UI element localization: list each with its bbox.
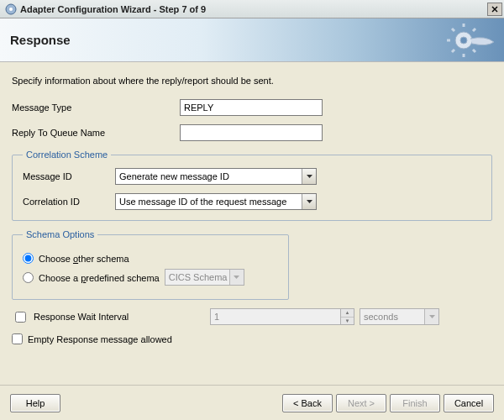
choose-predefined-schema-label: Choose a predefined schema <box>39 272 160 283</box>
choose-other-schema-label: Choose other schema <box>39 253 129 264</box>
response-wait-spinner: 1 ▲ ▼ <box>210 308 354 325</box>
response-wait-label: Response Wait Interval <box>34 312 129 322</box>
predefined-schema-combo: CICS Schema <box>165 269 244 286</box>
empty-response-checkbox[interactable] <box>12 333 23 344</box>
cancel-button[interactable]: Cancel <box>444 394 494 412</box>
svg-line-8 <box>452 29 454 31</box>
svg-point-1 <box>9 8 13 11</box>
chevron-down-icon <box>302 169 316 184</box>
wait-unit-combo: seconds <box>360 308 439 325</box>
response-wait-checkbox[interactable] <box>15 312 26 323</box>
message-id-combo[interactable]: Generate new message ID <box>115 168 317 185</box>
message-type-row: Message Type <box>12 99 492 116</box>
choose-predefined-schema-row: Choose a predefined schema CICS Schema <box>23 269 278 286</box>
gear-icon <box>445 22 496 59</box>
window-title: Adapter Configuration Wizard - Step 7 of… <box>20 4 487 14</box>
predefined-schema-value: CICS Schema <box>169 272 228 282</box>
empty-response-label: Empty Response message allowed <box>28 334 172 344</box>
message-id-value: Generate new message ID <box>119 171 229 181</box>
content-area: Specify information about where the repl… <box>0 62 504 354</box>
choose-predefined-schema-radio[interactable] <box>23 272 34 283</box>
empty-response-row: Empty Response message allowed <box>12 333 492 344</box>
response-wait-row: Response Wait Interval 1 ▲ ▼ seconds <box>12 308 492 325</box>
correlation-id-label: Correlation ID <box>23 197 115 207</box>
page-title: Response <box>10 33 71 47</box>
close-button[interactable] <box>487 3 502 16</box>
correlation-scheme-group: Correlation Scheme Message ID Generate n… <box>12 150 492 221</box>
svg-line-10 <box>473 29 475 31</box>
choose-other-schema-row: Choose other schema <box>23 253 278 264</box>
next-button[interactable]: Next > <box>336 394 386 412</box>
chevron-down-icon <box>229 270 244 285</box>
reply-queue-label: Reply To Queue Name <box>12 128 180 138</box>
spinner-buttons: ▲ ▼ <box>340 309 354 324</box>
footer: Help < Back Next > Finish Cancel <box>0 385 504 420</box>
description-text: Specify information about where the repl… <box>12 76 492 86</box>
close-icon <box>491 6 498 13</box>
correlation-legend: Correlation Scheme <box>23 150 111 160</box>
schema-legend: Schema Options <box>23 229 97 239</box>
wait-unit-value: seconds <box>364 312 398 322</box>
reply-queue-input[interactable] <box>180 124 323 141</box>
back-button[interactable]: < Back <box>282 394 333 412</box>
svg-point-3 <box>460 37 467 44</box>
finish-button[interactable]: Finish <box>390 394 440 412</box>
chevron-down-icon <box>302 194 316 209</box>
help-button[interactable]: Help <box>10 394 60 412</box>
correlation-id-combo[interactable]: Use message ID of the request message <box>115 193 317 210</box>
reply-queue-row: Reply To Queue Name <box>12 124 492 141</box>
svg-line-9 <box>473 50 475 52</box>
chevron-down-icon <box>424 309 438 324</box>
response-wait-value: 1 <box>214 312 219 322</box>
svg-line-11 <box>452 50 454 52</box>
spinner-down-icon: ▼ <box>341 318 354 325</box>
app-icon <box>5 3 17 15</box>
schema-options-group: Schema Options Choose other schema Choos… <box>12 229 289 300</box>
title-bar: Adapter Configuration Wizard - Step 7 of… <box>0 0 504 18</box>
message-type-label: Message Type <box>12 102 180 113</box>
spinner-up-icon: ▲ <box>341 309 354 318</box>
message-type-input[interactable] <box>180 99 323 116</box>
choose-other-schema-radio[interactable] <box>23 253 34 264</box>
banner: Response <box>0 18 504 62</box>
message-id-label: Message ID <box>23 171 115 181</box>
correlation-id-value: Use message ID of the request message <box>119 197 286 207</box>
